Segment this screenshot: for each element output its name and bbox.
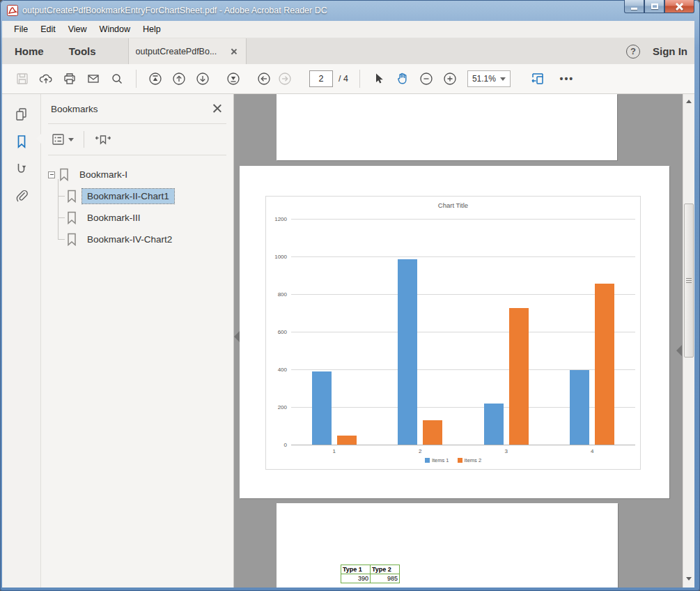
u-turn-arrow-icon [14, 161, 29, 176]
collapse-minus-icon[interactable] [48, 171, 55, 178]
legend-label: Items 2 [465, 457, 482, 463]
y-axis-tick-label: 800 [267, 291, 287, 298]
chevron-down-icon [500, 77, 506, 81]
next-view-icon [277, 71, 293, 86]
zoom-in-icon [442, 71, 458, 86]
bookmark-item[interactable]: Bookmark-II-Chart1 [41, 185, 233, 207]
menu-help[interactable]: Help [137, 21, 167, 38]
help-icon[interactable]: ? [626, 45, 640, 59]
table-cell: 390 [341, 574, 371, 583]
bookmark-item[interactable]: Bookmark-I [41, 164, 233, 185]
select-tool-icon [372, 72, 386, 86]
previous-view-button[interactable] [254, 68, 274, 89]
bookmark-item[interactable]: Bookmark-III [41, 207, 233, 229]
email-icon [86, 72, 100, 86]
next-view-button[interactable] [274, 68, 295, 89]
y-axis-tick-label: 1200 [267, 216, 287, 222]
vertical-scrollbar[interactable] [683, 94, 694, 588]
hand-tool-button[interactable] [392, 68, 413, 89]
menu-window[interactable]: Window [93, 21, 137, 38]
scroll-down-button[interactable] [683, 573, 694, 585]
page-total-label: / 4 [339, 74, 348, 84]
table-row: 390985 [341, 574, 400, 583]
menu-file[interactable]: File [8, 21, 34, 38]
attachments-button[interactable] [13, 187, 31, 205]
save-button[interactable] [12, 68, 33, 89]
scroll-up-button[interactable] [683, 95, 694, 107]
gridline [291, 256, 635, 257]
more-tools-button[interactable]: ••• [557, 68, 577, 89]
tab-home[interactable]: Home [2, 38, 56, 64]
clipped-cell-value: 985 [372, 575, 398, 582]
legend-label: Items 1 [432, 457, 449, 463]
minimize-button[interactable] [624, 0, 644, 13]
last-page-button[interactable] [223, 68, 244, 89]
close-icon [676, 3, 683, 10]
legend-item: Items 1 [425, 457, 449, 463]
maximize-button[interactable] [644, 0, 664, 13]
email-button[interactable] [83, 68, 104, 89]
u-turn-arrow-button[interactable] [13, 160, 31, 178]
toolbar-separator [359, 70, 360, 88]
bookmarks-panel-button[interactable] [13, 132, 31, 151]
client-area: File Edit View Window Help Home Tools ou… [2, 21, 694, 588]
page-number-input[interactable] [309, 70, 333, 87]
bookmark-label: Bookmark-II-Chart1 [82, 189, 174, 204]
bar-items-2 [509, 308, 529, 445]
panel-close-icon[interactable] [211, 102, 224, 115]
panel-notch [36, 134, 41, 144]
x-axis-category-label: 2 [410, 448, 430, 454]
search-button[interactable] [107, 68, 127, 89]
tab-tools[interactable]: Tools [56, 38, 109, 64]
open-tools-pane-arrow-icon[interactable] [676, 345, 682, 356]
bookmarks-panel-title: Bookmarks [51, 104, 211, 114]
gridline [291, 294, 635, 295]
close-button[interactable] [664, 0, 694, 13]
next-page-button[interactable] [192, 68, 213, 89]
main-toolbar: / 4 51 [2, 64, 694, 94]
zoom-out-button[interactable] [416, 68, 437, 89]
zoom-level-value: 51.1% [472, 74, 496, 84]
sign-in-button[interactable]: Sign In [653, 45, 687, 57]
share-button[interactable] [36, 68, 56, 89]
expand-bookmark-icon [94, 132, 112, 147]
tab-close-icon[interactable] [229, 47, 239, 56]
page-thumbnails-icon [14, 107, 29, 122]
minimize-icon [631, 8, 637, 10]
menu-edit[interactable]: Edit [34, 21, 62, 38]
bookmark-item[interactable]: Bookmark-IV-Chart2 [41, 229, 233, 250]
paperclip-icon [14, 188, 29, 204]
bookmark-label: Bookmark-I [75, 167, 132, 182]
previous-page-button[interactable] [169, 68, 189, 89]
print-button[interactable] [59, 68, 80, 89]
menu-view[interactable]: View [62, 21, 93, 38]
zoom-in-button[interactable] [440, 68, 460, 89]
triangle-up-icon [686, 100, 692, 103]
tab-document[interactable]: outputCreatePdfBo... [128, 38, 247, 64]
tab-bar: Home Tools outputCreatePdfBo... ? Sign I… [2, 38, 694, 64]
fit-width-button[interactable] [527, 68, 548, 89]
tree-connector-line [58, 179, 59, 239]
page-thumbnails-button[interactable] [13, 105, 31, 123]
scrollbar-thumb[interactable] [684, 204, 694, 358]
x-axis-category-label: 3 [496, 448, 517, 454]
legend-swatch [425, 458, 430, 463]
table-cell: 985 [371, 574, 400, 583]
expand-current-bookmark-button[interactable] [94, 132, 112, 147]
bar-items-2 [423, 420, 442, 445]
select-tool-button[interactable] [368, 68, 389, 89]
zoom-level-dropdown[interactable]: 51.1% [467, 70, 511, 87]
search-icon [110, 72, 124, 86]
first-page-button[interactable] [145, 68, 166, 89]
bar-items-1 [312, 371, 332, 445]
chart-legend: Items 1Items 2 [266, 457, 640, 463]
legend-item: Items 2 [458, 457, 482, 463]
page-2: Chart Title 1200100080060040020001234Ite… [240, 166, 669, 498]
page-up-icon [171, 71, 187, 86]
fit-width-icon [530, 71, 545, 86]
bookmark-options-button[interactable] [51, 132, 74, 146]
bookmark-icon [66, 190, 77, 203]
toolbar-separator [136, 70, 137, 88]
collapse-panel-arrow-icon[interactable] [234, 331, 240, 342]
bar-items-2 [595, 284, 614, 445]
